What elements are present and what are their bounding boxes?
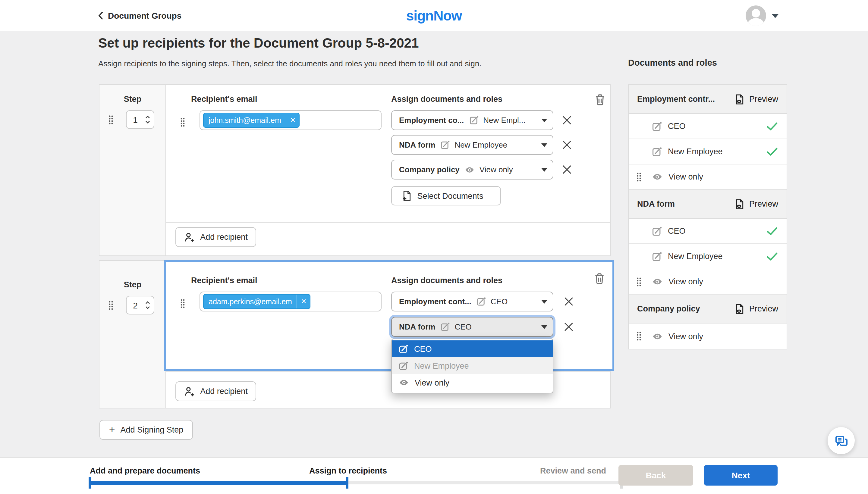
progress-track xyxy=(347,481,622,484)
progress-tick-2 xyxy=(346,477,348,489)
dropdown-option-new-employee[interactable]: New Employee xyxy=(392,357,553,374)
check-icon xyxy=(767,147,778,156)
stepper-down-icon[interactable] xyxy=(145,120,150,124)
step-2-number-stepper[interactable]: 2 xyxy=(126,296,154,315)
remove-doc-row-button[interactable] xyxy=(560,113,573,127)
step-1-number-stepper[interactable]: 1 xyxy=(126,110,154,129)
recipient-1-email-chip: john.smith@email.em ✕ xyxy=(203,113,300,128)
preview-button[interactable]: Preview xyxy=(735,94,778,104)
delete-step-1-button[interactable] xyxy=(593,92,607,107)
help-chat-button[interactable] xyxy=(828,427,855,454)
dropdown-option-ceo[interactable]: CEO xyxy=(392,340,553,357)
caret-down-icon xyxy=(772,14,779,18)
recipient-1-drag-handle[interactable] xyxy=(180,117,185,127)
assign-docs-label: Assign documents and roles xyxy=(391,95,502,103)
step-2-label: Step xyxy=(99,280,166,289)
check-icon xyxy=(767,227,778,235)
wizard-footer: Add and prepare documents Assign to reci… xyxy=(0,457,868,494)
doc-role-row-nda-active[interactable]: NDA form CEO xyxy=(391,317,553,337)
option-label: CEO xyxy=(414,344,432,353)
account-menu-button[interactable] xyxy=(746,5,779,26)
role-name: New Employee xyxy=(455,140,507,149)
doc-name: Employment co... xyxy=(399,116,464,125)
back-button[interactable]: Back xyxy=(618,465,693,486)
eye-icon xyxy=(652,172,662,182)
doc-role-row-nda[interactable]: NDA form New Employee xyxy=(391,135,553,155)
signing-step-2-panel: Step 2 Recipient's email adam.perkins@em… xyxy=(99,260,611,408)
delete-step-2-button[interactable] xyxy=(592,270,606,286)
preview-button[interactable]: Preview xyxy=(735,303,778,314)
option-label: New Employee xyxy=(414,361,469,370)
eye-icon xyxy=(399,378,409,387)
remove-doc-row-button[interactable] xyxy=(560,138,573,151)
add-signing-step-label: Add Signing Step xyxy=(121,425,184,434)
doc-card-header-employment: Employment contr... Preview xyxy=(629,85,787,114)
doc-name: NDA form xyxy=(399,322,435,331)
step-1-drag-handle[interactable] xyxy=(109,115,113,125)
doc-name: Employment cont... xyxy=(399,297,472,306)
doc-name: Employment contr... xyxy=(637,95,715,103)
email-chip-text: john.smith@email.em xyxy=(204,116,286,125)
add-recipient-button[interactable]: Add recipient xyxy=(176,227,256,247)
signnow-logo: signNow xyxy=(0,0,868,31)
next-button[interactable]: Next xyxy=(704,465,778,486)
add-signing-step-button[interactable]: + Add Signing Step xyxy=(99,420,193,440)
documents-and-roles-title: Documents and roles xyxy=(628,58,717,68)
role-name: View only xyxy=(668,277,703,286)
caret-down-icon xyxy=(541,118,547,122)
role-name: CEO xyxy=(491,297,507,306)
stage-assign-to-recipients: Assign to recipients xyxy=(309,466,387,475)
recipient-email-label: Recipient's email xyxy=(191,95,257,103)
signing-step-1-panel: Step 1 Recipient's email john.smith@emai… xyxy=(99,84,611,256)
recipient-2-drag-handle[interactable] xyxy=(180,299,185,308)
select-documents-label: Select Documents xyxy=(417,191,483,200)
doc-card-header-nda: NDA form Preview xyxy=(629,190,787,219)
remove-doc-row-button[interactable] xyxy=(560,163,573,176)
eye-icon xyxy=(652,331,662,341)
role-row-new-employee: New Employee xyxy=(629,139,787,165)
stepper-up-icon[interactable] xyxy=(145,116,150,119)
caret-down-icon xyxy=(541,143,547,147)
remove-doc-row-button[interactable] xyxy=(562,294,575,308)
stepper-up-icon[interactable] xyxy=(145,301,150,304)
step-2-drag-handle[interactable] xyxy=(109,301,113,310)
edit-role-icon xyxy=(652,251,662,261)
role-drag-handle[interactable] xyxy=(636,172,641,182)
page-subtitle: Assign recipients to the signing steps. … xyxy=(98,59,481,68)
assign-docs-label: Assign documents and roles xyxy=(391,276,502,285)
chip-remove-icon[interactable]: ✕ xyxy=(297,294,310,308)
recipient-email-label: Recipient's email xyxy=(191,276,257,285)
stage-review-and-send: Review and send xyxy=(540,466,606,475)
check-icon xyxy=(767,252,778,261)
preview-label: Preview xyxy=(749,200,778,208)
stepper-down-icon[interactable] xyxy=(145,306,150,309)
dropdown-option-view-only[interactable]: View only xyxy=(392,374,553,391)
edit-role-icon xyxy=(652,147,662,156)
add-recipient-button[interactable]: Add recipient xyxy=(176,381,256,401)
document-plus-icon xyxy=(402,190,412,201)
role-row-view-only: View only xyxy=(629,165,787,190)
role-drag-handle[interactable] xyxy=(636,331,641,341)
role-name: CEO xyxy=(668,227,686,235)
edit-role-icon xyxy=(441,140,450,149)
role-name: New Empl... xyxy=(483,116,525,125)
document-preview-icon xyxy=(735,303,744,314)
edit-role-icon xyxy=(441,322,450,331)
recipient-1-email-input[interactable]: john.smith@email.em ✕ xyxy=(200,110,382,130)
doc-role-row-company-policy[interactable]: Company policy View only xyxy=(391,160,553,179)
chip-remove-icon[interactable]: ✕ xyxy=(286,113,299,127)
role-drag-handle[interactable] xyxy=(636,277,641,287)
preview-label: Preview xyxy=(749,95,778,103)
role-name: New Employee xyxy=(668,147,723,156)
select-documents-button[interactable]: Select Documents xyxy=(391,186,501,205)
progress-tick-1 xyxy=(89,477,91,489)
recipient-2-email-input[interactable]: adam.perkins@email.em ✕ xyxy=(200,291,382,311)
doc-role-row-employment[interactable]: Employment cont... CEO xyxy=(391,291,553,311)
remove-doc-row-button[interactable] xyxy=(562,320,575,333)
doc-role-row-employment[interactable]: Employment co... New Empl... xyxy=(391,110,553,130)
doc-name: NDA form xyxy=(399,140,435,149)
edit-role-icon xyxy=(399,344,408,353)
preview-button[interactable]: Preview xyxy=(735,198,778,209)
email-chip-text: adam.perkins@email.em xyxy=(204,297,297,306)
role-row-view-only: View only xyxy=(629,324,787,349)
